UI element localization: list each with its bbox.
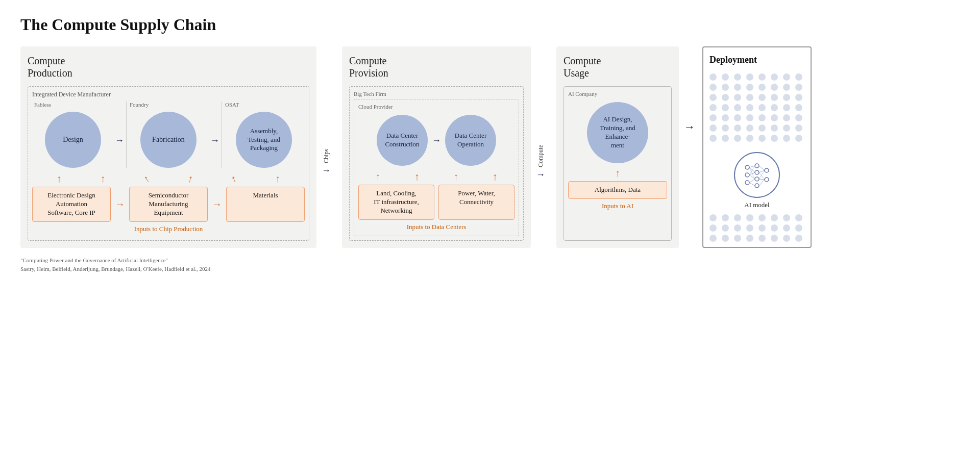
svg-line-19: [759, 179, 765, 180]
final-arrow-container: →: [684, 46, 697, 248]
compute-arrow: →: [536, 169, 545, 180]
compute-label: Compute: [537, 145, 545, 167]
eda-box: Electronic DesignAutomationSoftware, Cor…: [32, 187, 111, 222]
svg-point-1: [745, 173, 749, 177]
big-tech-label: Big Tech Firm: [354, 91, 519, 97]
ai-model-container: AI model: [734, 152, 780, 209]
svg-line-13: [749, 179, 755, 183]
usage-up-arrow-row: ↑: [568, 167, 667, 179]
prov-up-3: ↑: [453, 171, 458, 183]
foundry-col: Foundry Fabrication: [128, 102, 209, 168]
input-arrow-2: →: [212, 198, 222, 210]
ai-company-label: AI Company: [568, 91, 667, 97]
compute-production-section: ComputeProduction Integrated Device Manu…: [20, 46, 316, 248]
svg-line-21: [759, 172, 765, 180]
prov-up-4: ↑: [493, 171, 498, 183]
svg-point-7: [765, 168, 769, 172]
ai-model-label: AI model: [744, 201, 769, 209]
ai-company-box: AI Company AI Design,Training, andEnhanc…: [564, 86, 672, 241]
cloud-provider-label: Cloud Provider: [358, 104, 514, 110]
foundry-label: Foundry: [128, 102, 149, 108]
ai-model-circle: [734, 152, 780, 198]
arrow-fab-atp: →: [209, 135, 220, 146]
up-arrow-2: ↑: [100, 173, 105, 185]
provision-flow: Data CenterConstruction → Data CenterOpe…: [358, 115, 514, 166]
osat-col: OSAT Assembly,Testing, andPackaging: [223, 102, 305, 168]
compute-provision-section: ComputeProvision Big Tech Firm Cloud Pro…: [342, 46, 531, 248]
up-arrows-row: ↑ ↑ ↑ ↑ ↑ ↑: [32, 173, 305, 185]
dc-operation-circle: Data CenterOperation: [445, 115, 496, 166]
svg-point-0: [745, 165, 749, 169]
up-arrow-5: ↑: [230, 172, 238, 185]
materials-box: Materials: [226, 187, 305, 222]
compute-connector: Compute →: [536, 46, 551, 248]
power-water-box: Power, Water,Connectivity: [438, 185, 514, 220]
dc-input-boxes: Land, Cooling,IT infrastructure,Networki…: [358, 185, 514, 220]
input-arrow-1: →: [115, 198, 125, 210]
svg-line-16: [749, 167, 755, 179]
provision-up-arrows: ↑ ↑ ↑ ↑: [358, 171, 514, 183]
page-title: The Compute Supply Chain: [20, 15, 960, 34]
chip-input-boxes: Electronic DesignAutomationSoftware, Cor…: [32, 187, 305, 222]
divider-2: [222, 102, 222, 168]
svg-point-6: [755, 184, 759, 188]
main-diagram: ComputeProduction Integrated Device Manu…: [20, 46, 960, 248]
design-circle: Design: [45, 112, 101, 168]
usage-up-arrow: ↑: [615, 167, 620, 179]
sme-box: SemiconductorManufacturingEquipment: [129, 187, 208, 222]
sub-cols: Fabless Design → Foundry Fabrication → O…: [32, 102, 305, 168]
usage-circle-row: AI Design,Training, andEnhance-ment: [568, 102, 667, 163]
up-arrow-3: ↑: [141, 172, 152, 185]
divider-1: [126, 102, 127, 168]
arrow-dc-dco: →: [431, 135, 442, 146]
fabless-label: Fabless: [32, 102, 51, 108]
svg-line-14: [749, 183, 755, 186]
svg-point-2: [745, 181, 749, 185]
final-arrow: →: [684, 120, 695, 134]
chips-arrow: →: [322, 165, 331, 176]
svg-line-10: [749, 167, 755, 172]
deployment-section: Deployment: [702, 46, 812, 248]
citation: "Computing Power and the Governance of A…: [20, 256, 960, 273]
chips-label: Chips: [323, 149, 330, 163]
svg-point-4: [755, 170, 759, 174]
compute-usage-title: ComputeUsage: [564, 55, 672, 79]
idm-label: Integrated Device Manufacturer: [32, 91, 305, 98]
svg-point-3: [755, 164, 759, 168]
svg-point-8: [765, 178, 769, 182]
arrow-design-fab: →: [114, 135, 125, 146]
algo-data-box: Algorithms, Data: [568, 181, 667, 199]
deployment-title: Deployment: [709, 55, 757, 65]
compute-provision-title: ComputeProvision: [349, 55, 524, 79]
big-tech-box: Big Tech Firm Cloud Provider Data Center…: [349, 86, 524, 241]
svg-line-20: [759, 180, 765, 186]
dots-grid-2: [709, 214, 804, 242]
up-arrow-1: ↑: [57, 173, 62, 185]
cloud-provider-box: Cloud Provider Data CenterConstruction →…: [354, 99, 519, 236]
prov-up-1: ↑: [375, 171, 380, 183]
svg-line-17: [759, 166, 765, 170]
dc-input-label: Inputs to Data Centers: [358, 223, 514, 231]
up-arrow-6: ↑: [275, 173, 280, 185]
svg-point-5: [755, 177, 759, 181]
citation-line1: "Computing Power and the Governance of A…: [20, 256, 960, 265]
nn-icon: [743, 161, 771, 189]
chip-input-label: Inputs to Chip Production: [32, 225, 305, 233]
ai-input-label: Inputs to AI: [568, 202, 667, 210]
assembly-circle: Assembly,Testing, andPackaging: [236, 112, 292, 168]
prov-up-2: ↑: [414, 171, 420, 183]
land-cooling-box: Land, Cooling,IT infrastructure,Networki…: [358, 185, 434, 220]
compute-usage-section: ComputeUsage AI Company AI Design,Traini…: [556, 46, 679, 248]
idm-box: Integrated Device Manufacturer Fabless D…: [28, 86, 309, 241]
fabrication-circle: Fabrication: [140, 112, 197, 168]
compute-production-title: ComputeProduction: [28, 55, 309, 79]
svg-line-22: [759, 170, 765, 179]
fabless-col: Fabless Design: [32, 102, 114, 168]
osat-label: OSAT: [223, 102, 239, 108]
dc-construction-circle: Data CenterConstruction: [377, 115, 428, 166]
up-arrow-4: ↑: [186, 172, 194, 185]
dots-grid: [709, 73, 804, 142]
chips-connector: Chips →: [322, 46, 337, 248]
citation-line2: Sastry, Heim, Belfield, Anderljung, Brun…: [20, 265, 960, 273]
ai-design-circle: AI Design,Training, andEnhance-ment: [587, 102, 648, 163]
